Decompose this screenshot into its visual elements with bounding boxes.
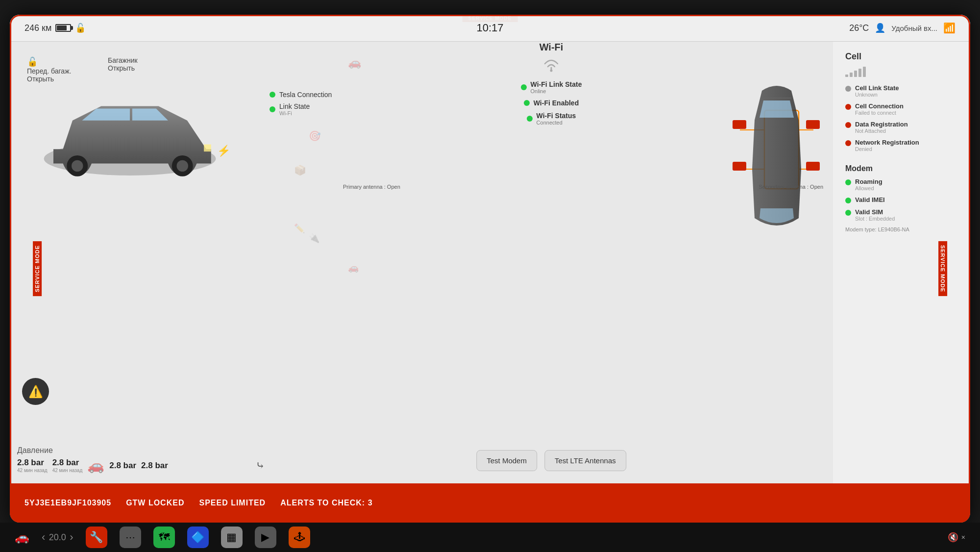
dock-media-icon[interactable]: ▶ <box>255 527 276 548</box>
pressure-fl-value: 2.8 bar <box>17 458 48 468</box>
front-trunk-label: Перед. багаж. <box>27 67 71 75</box>
nav-forward[interactable]: › <box>70 531 73 544</box>
modem-section: Modem Roaming Allowed Valid IMEI <box>845 164 958 232</box>
battery-icon <box>55 24 71 32</box>
cell-link-state-name: Cell Link State <box>855 84 899 92</box>
dock-grid-icon[interactable]: ▦ <box>221 527 243 548</box>
pressure-rl-value: 2.8 bar <box>109 461 136 471</box>
dock-nav: ‹ 20.0 › <box>42 531 74 544</box>
exit-icon[interactable]: ⤷ <box>256 459 265 472</box>
svg-point-6 <box>550 70 553 72</box>
left-panel: 🔓 Перед. багаж. Открыть Багажник Открыть <box>10 42 270 483</box>
network-registration-sub: Denied <box>855 146 919 152</box>
svg-rect-15 <box>806 162 820 171</box>
bottom-status-bar: 5YJ3E1EB9JF103905 GTW LOCKED SPEED LIMIT… <box>10 483 970 523</box>
modem-type: Modem type: LE940B6-NA <box>845 226 958 232</box>
cell-connection-dot <box>845 104 851 110</box>
dock-tools-icon[interactable]: 🔧 <box>86 527 107 548</box>
alert-button[interactable]: ⚠️ <box>22 378 49 405</box>
car-side-view <box>34 81 225 218</box>
center-panel: 🚗 🎯 📦 🔌 🚗 ✏️ Wi-Fi <box>270 42 833 483</box>
roaming-text: Roaming Allowed <box>855 178 882 191</box>
secondary-antenna-label: Secondary antenna : Open <box>759 184 823 190</box>
bg-car2-icon: 🚗 <box>348 262 359 273</box>
cell-signal-bars <box>845 67 958 77</box>
svg-rect-14 <box>733 162 746 171</box>
volume-x: × <box>961 533 965 541</box>
screen-bezel: SERVICE MODE SERVICE MODE SERVICE MODE 2… <box>10 15 970 523</box>
service-mode-left-label: SERVICE MODE <box>33 241 42 296</box>
tesla-connection-panel: Tesla Connection Link State Wi-Fi <box>270 91 358 120</box>
wifi-section: Wi-Fi <box>502 42 600 130</box>
primary-antenna-label: Primary antenna : Open <box>343 184 400 190</box>
volume-control[interactable]: 🔇 × <box>948 532 965 543</box>
pressure-fr-time: 42 мин назад <box>52 468 83 473</box>
service-mode-right-label: SERVICE MODE <box>938 241 947 296</box>
sim-sub: Slot : Embedded <box>855 216 895 222</box>
main-screen: SERVICE MODE SERVICE MODE SERVICE MODE 2… <box>10 15 970 523</box>
pressure-fr-value: 2.8 bar <box>52 458 83 468</box>
wifi-enabled-text: Wi-Fi Enabled <box>534 99 579 107</box>
wifi-items: Wi-Fi Link State Online Wi-Fi Enabled <box>521 80 582 130</box>
wifi-icon <box>502 58 600 76</box>
pressure-grid: 2.8 bar 42 мин назад 2.8 bar 42 мин наза… <box>17 457 265 474</box>
volume-icon: 🔇 <box>948 532 958 543</box>
roaming-dot <box>845 179 851 185</box>
dock-car-icon[interactable]: 🚗 <box>15 530 29 544</box>
sim-dot <box>845 210 851 216</box>
cell-title: Cell <box>845 51 958 62</box>
signal-bar-1 <box>845 75 848 77</box>
bg-steering-icon: 🎯 <box>309 130 321 142</box>
link-state-text: Link State Wi-Fi <box>279 102 310 116</box>
svg-point-2 <box>72 160 83 172</box>
wifi-status-sub: Connected <box>537 120 576 125</box>
pressure-rr: 2.8 bar <box>141 461 168 471</box>
svg-rect-13 <box>806 120 820 129</box>
dock-bluetooth-icon[interactable]: 🔷 <box>187 527 209 548</box>
rear-trunk-action[interactable]: Открыть <box>108 64 138 72</box>
dock-game-icon[interactable]: 🕹 <box>289 527 310 548</box>
vin-number: 5YJ3E1EB9JF103905 <box>24 499 111 507</box>
right-panel: Cell Cell Link State Unk <box>833 42 970 483</box>
nav-back[interactable]: ‹ <box>42 531 45 544</box>
wifi-link-state-dot <box>521 84 527 90</box>
pressure-fl: 2.8 bar 42 мин назад <box>17 458 48 473</box>
front-trunk-info: 🔓 Перед. багаж. Открыть <box>27 56 71 83</box>
data-registration-sub: Not Attached <box>855 128 908 134</box>
sim-item: Valid SIM Slot : Embedded <box>845 208 958 222</box>
pressure-section: Давление 2.8 bar 42 мин назад 2.8 bar 42… <box>17 446 265 474</box>
signal-bar-2 <box>850 73 853 77</box>
wifi-enabled-name: Wi-Fi Enabled <box>534 99 579 107</box>
wifi-status-text: Wi-Fi Status Connected <box>537 112 576 125</box>
link-state-dot <box>270 106 275 112</box>
wifi-status-icon: 📶 <box>943 22 956 34</box>
network-registration-text: Network Registration Denied <box>855 139 919 152</box>
cell-connection-name: Cell Connection <box>855 102 904 110</box>
cell-link-state-sub: Unknown <box>855 92 899 98</box>
dock-apps-icon[interactable]: ⋯ <box>120 527 141 548</box>
bottom-dock: 🚗 ‹ 20.0 › 🔧 ⋯ 🗺 🔷 ▦ ▶ 🕹 🔇 × <box>0 523 980 552</box>
bg-pencil-icon: ✏️ <box>294 223 305 234</box>
status-speed-limited: SPEED LIMITED <box>199 499 266 507</box>
wifi-link-state-name: Wi-Fi Link State <box>531 80 582 88</box>
svg-rect-12 <box>733 120 746 129</box>
data-registration-dot <box>845 122 851 128</box>
status-bar: 246 км 🔓 10:17 26°C 👤 Удобный вх... 📶 <box>10 15 970 42</box>
tesla-connection-item: Tesla Connection <box>270 91 358 99</box>
sim-name: Valid SIM <box>855 208 895 216</box>
roaming-item: Roaming Allowed <box>845 178 958 191</box>
cell-connection-item: Cell Connection Failed to connect <box>845 102 958 116</box>
dock-map-icon[interactable]: 🗺 <box>153 527 175 548</box>
rear-trunk-label: Багажник <box>108 56 138 64</box>
link-state-item: Link State Wi-Fi <box>270 102 358 116</box>
test-modem-button[interactable]: Test Modem <box>476 450 537 471</box>
wifi-title: Wi-Fi <box>502 42 600 53</box>
profile-icon: 👤 <box>875 23 885 33</box>
test-lte-button[interactable]: Test LTE Antennas <box>544 450 626 471</box>
data-registration-item: Data Registration Not Attached <box>845 121 958 134</box>
status-right: 26°C 👤 Удобный вх... 📶 <box>849 22 956 34</box>
imei-text: Valid IMEI <box>855 196 885 203</box>
tesla-connection-dot <box>270 92 275 98</box>
bg-box-icon: 📦 <box>294 164 306 176</box>
charge-indicator: ⚡ <box>217 145 230 157</box>
